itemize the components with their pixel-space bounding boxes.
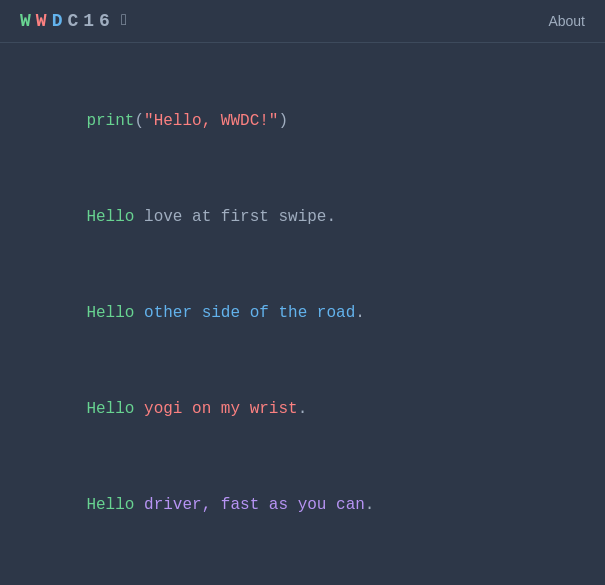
logo-w1: W (20, 11, 32, 31)
hello-word: Hello (86, 400, 134, 418)
hello-line-1: Hello love at first swipe. (48, 169, 557, 265)
period: . (365, 496, 375, 514)
apple-logo-icon:  (121, 12, 132, 30)
hello-line-3: Hello yogi on my wrist. (48, 361, 557, 457)
close-paren: ) (278, 112, 288, 130)
main-content: print("Hello, WWDC!") Hello love at firs… (0, 43, 605, 585)
line-text: love at first swipe (134, 208, 326, 226)
hello-line-2: Hello other side of the road. (48, 265, 557, 361)
logo-1: 1 (83, 11, 95, 31)
open-paren: ( (134, 112, 144, 130)
logo-d: D (52, 11, 64, 31)
logo-w2: W (36, 11, 48, 31)
print-code-line: print("Hello, WWDC!") (48, 73, 557, 169)
logo-c: C (67, 11, 79, 31)
logo: WWDC16  (20, 11, 131, 31)
period: . (326, 208, 336, 226)
line-text: yogi on my wrist (134, 400, 297, 418)
hello-line-5: Hello workout in my living room. (48, 553, 557, 585)
logo-6: 6 (99, 11, 111, 31)
hello-word: Hello (86, 304, 134, 322)
period: . (355, 304, 365, 322)
line-text: driver, fast as you can (134, 496, 364, 514)
hello-word: Hello (86, 496, 134, 514)
print-fn: print (86, 112, 134, 130)
hello-word: Hello (86, 208, 134, 226)
period: . (298, 400, 308, 418)
app-header: WWDC16  About (0, 0, 605, 43)
string-literal: "Hello, WWDC!" (144, 112, 278, 130)
about-button[interactable]: About (548, 13, 585, 29)
hello-line-4: Hello driver, fast as you can. (48, 457, 557, 553)
line-text: other side of the road (134, 304, 355, 322)
